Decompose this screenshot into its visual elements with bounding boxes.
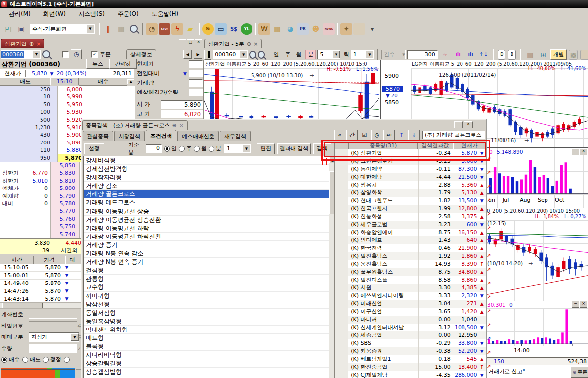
table-row[interactable]: (K) 한국프랜지1.9912,800▲ — [335, 205, 486, 213]
list-item[interactable]: 동일저점형 — [84, 309, 329, 317]
bid-price[interactable]: 5,740 — [51, 231, 80, 238]
order-side-radio-매도[interactable]: 매도 — [22, 356, 41, 363]
search-icon[interactable] — [42, 50, 50, 58]
settings-button[interactable]: 설정 — [84, 143, 104, 154]
table-row[interactable]: (K) 화승알앤에이8.7516,150▲ — [335, 229, 486, 236]
close-icon[interactable]: × — [195, 39, 202, 46]
detail-field-input[interactable] — [189, 79, 203, 87]
quote-grid-icon[interactable]: ▦ — [115, 23, 127, 35]
minimize-icon[interactable]: − — [454, 121, 463, 128]
popup-period-radio-주[interactable]: 주 — [179, 145, 192, 152]
ask-price[interactable]: 6,000 — [58, 86, 86, 93]
ask-row[interactable]: 505,950 — [0, 101, 135, 108]
bid-price[interactable]: 5,770 — [51, 207, 80, 215]
list-item[interactable]: 동일흑삼병형 — [84, 317, 329, 326]
popup-period-radio-분[interactable]: 분 — [209, 145, 221, 152]
pr-icon[interactable]: PR — [297, 23, 309, 35]
bid-price[interactable]: 5,750 — [51, 223, 80, 230]
chart-window-tab[interactable]: 삼환기업 - 5분 ⊕ × — [204, 39, 262, 48]
close-icon[interactable]: × — [580, 148, 587, 155]
close-icon[interactable]: × — [580, 301, 587, 308]
table-row[interactable]: (K) 한농화성2.583,375▲ — [335, 213, 486, 221]
link-icon[interactable]: ⊕ — [29, 41, 34, 47]
table-row[interactable]: (K) 풀무원홀딩스8.7534,800▲ — [335, 268, 486, 276]
popup-period-radio-일[interactable]: 일 — [164, 145, 177, 152]
order-side-radio-정정[interactable]: 정정 — [43, 356, 61, 363]
check-icon[interactable]: ☑ — [359, 130, 370, 140]
bid-price[interactable]: 5,760 — [51, 215, 80, 223]
radio-icon[interactable] — [164, 146, 170, 152]
tv-icon[interactable]: ▭ — [215, 23, 227, 35]
table-row[interactable]: (K) 쌍용차2.885,360▲ — [335, 181, 486, 189]
pie-chart-icon[interactable]: ◕ — [284, 23, 296, 35]
detail-field-input[interactable] — [189, 89, 203, 96]
menu-item[interactable]: 도움말(H) — [150, 9, 180, 19]
minimize-icon[interactable]: − — [572, 148, 579, 155]
detail-field-input[interactable] — [189, 70, 203, 77]
list-item[interactable]: 남삼선형 — [84, 300, 329, 309]
popup-tab-4[interactable]: 예스매매신호 — [177, 131, 219, 141]
list-item[interactable]: 거래량 증가 — [84, 241, 329, 249]
line-chart-icon[interactable]: ≈ — [440, 49, 450, 60]
list-item[interactable]: 걸침형 — [84, 266, 329, 275]
table-row[interactable]: (K) 현대그린푸드-1.8213,500▼ — [335, 197, 486, 205]
table-row[interactable]: (K) 대한제당-4.4421,500▼ — [335, 173, 486, 181]
message-box[interactable]: 거래가로 신고" — [486, 367, 572, 377]
table-row[interactable]: (K) CJ제일제당-4.35286,000▼ — [335, 371, 486, 378]
chevron-down-icon[interactable]: ▼ — [243, 145, 250, 152]
table-row[interactable]: (K) 이구산업3.651,420▲ — [335, 308, 486, 316]
menu-item[interactable]: 시스템(S) — [77, 9, 107, 19]
stock-code-input[interactable]: 000360 ▼ — [1, 50, 41, 59]
minimize-icon[interactable]: − — [572, 301, 579, 308]
chart-code-input[interactable]: 000360 ▼ — [213, 50, 248, 59]
order-button[interactable]: ⊕ 주문 — [571, 367, 588, 378]
stop-icon[interactable]: STOP — [159, 23, 170, 35]
bid-price[interactable]: 5,850 — [51, 162, 80, 169]
ask-price[interactable]: 5,950 — [58, 101, 86, 108]
table-row[interactable]: (K) 인디에프1.43640▲ — [335, 236, 486, 244]
base-bar-input[interactable]: 0 — [146, 144, 162, 153]
calendar-search-icon[interactable]: ▦ — [271, 23, 283, 35]
close-icon[interactable]: × — [464, 121, 473, 128]
list-item[interactable]: 거래량 감소 — [84, 182, 329, 190]
result-query-field[interactable]: (조) 거래량 골든크로스 — [422, 131, 485, 139]
list-item[interactable]: 관통형 — [84, 275, 329, 283]
bid-price[interactable]: 5,830 — [51, 169, 80, 177]
multichart-icon[interactable]: ▦ — [525, 49, 535, 60]
bid-price[interactable]: 5,790 — [51, 192, 80, 200]
si-coin-icon[interactable]: Si — [202, 23, 214, 35]
popup-tab-3[interactable]: 조건검색 — [146, 130, 176, 141]
zoom-plus-icon[interactable] — [258, 51, 265, 59]
grid-layout-icon[interactable]: ⊞ — [538, 49, 548, 60]
radio-icon[interactable] — [64, 357, 70, 363]
detail-field-input[interactable] — [189, 60, 203, 68]
popup-title-tab[interactable]: 종목검색 - (조) 거래량 골든크로스 ⊕ × — [82, 120, 188, 130]
list-item[interactable]: 사다리바닥형 — [84, 351, 329, 359]
radio-icon[interactable] — [1, 357, 7, 363]
news-button[interactable]: 뉴스 — [86, 59, 109, 69]
minimize-icon[interactable]: _ — [179, 39, 186, 46]
table-row[interactable]: (K) 한국전력0.4621,900▲ — [335, 244, 486, 252]
save-icon[interactable]: ▣ — [15, 23, 27, 35]
move-down-icon[interactable]: ↓ — [408, 130, 420, 140]
table-row[interactable]: (K) 에쓰씨엔지니어링-3.332,320▼ — [335, 292, 486, 300]
tick-select[interactable]: 1 ▼ — [351, 50, 374, 59]
ask-price[interactable]: 5,930 — [58, 108, 86, 116]
search-icon[interactable] — [249, 51, 256, 59]
table-row[interactable]: (K) 한진중공업15.0018,400↑ — [335, 363, 486, 371]
period-button-분[interactable]: 분 — [305, 50, 316, 59]
table-row[interactable]: (K) 웅진홀딩스14.938,390↑ — [335, 260, 486, 268]
menu-item[interactable]: 관리(M) — [7, 9, 33, 19]
minute-select[interactable]: 5 ▼ — [317, 50, 340, 59]
auto-icon[interactable]: AU — [383, 130, 395, 140]
clock-icon[interactable]: ◷ — [71, 49, 82, 59]
list-item[interactable]: 까마귀형 — [84, 292, 329, 300]
edit-button[interactable]: 편집 — [257, 143, 275, 154]
zoom-icon[interactable] — [128, 23, 140, 35]
account-input[interactable] — [29, 310, 77, 319]
clock-icon[interactable]: ◷ — [371, 130, 382, 140]
bid-price[interactable]: 5,810 — [51, 177, 80, 185]
list-item[interactable]: 블록형 — [84, 342, 329, 351]
list-item[interactable]: 교수형 — [84, 283, 329, 291]
close-icon[interactable]: × — [179, 122, 184, 129]
